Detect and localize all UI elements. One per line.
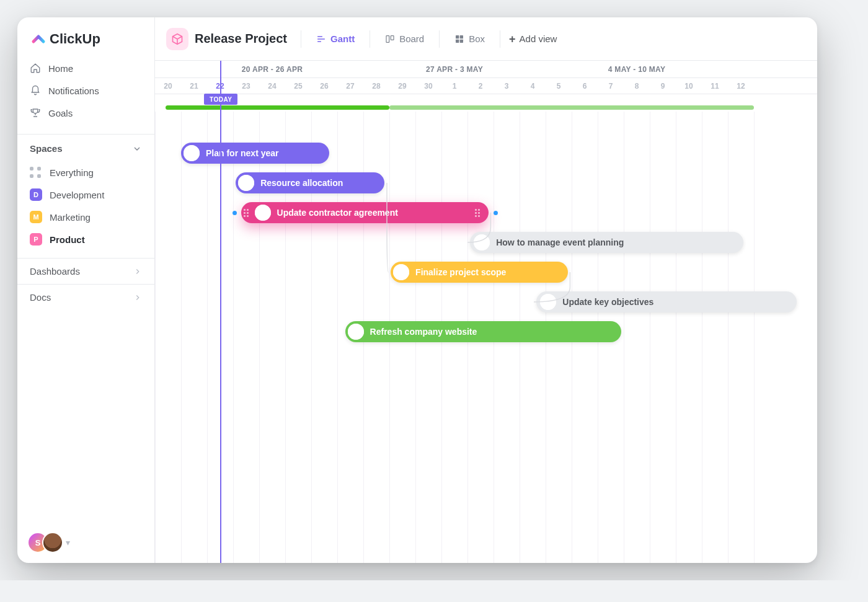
- space-everything[interactable]: Everything: [22, 161, 149, 184]
- view-gantt[interactable]: Gantt: [310, 30, 361, 48]
- sidebar-footer[interactable]: S ▾: [29, 533, 70, 552]
- svg-rect-4: [456, 39, 459, 42]
- space-marketing[interactable]: M Marketing: [22, 206, 149, 228]
- task-bar[interactable]: Finalize project scope: [391, 262, 568, 283]
- view-label: Box: [469, 33, 485, 44]
- nav-home[interactable]: Home: [22, 57, 149, 79]
- day-label: 26: [311, 78, 337, 94]
- space-badge: D: [30, 188, 42, 201]
- topbar: Release Project Gantt Board Box + Add vi…: [155, 17, 817, 61]
- brand-logo[interactable]: ClickUp: [17, 17, 154, 57]
- day-header: 2021222324252627282930123456789101112: [155, 78, 817, 94]
- home-icon: [30, 63, 41, 74]
- assignee-avatar[interactable]: [393, 264, 409, 280]
- everything-icon: [30, 166, 42, 179]
- nav-row-label: Dashboards: [30, 266, 80, 277]
- spaces-header[interactable]: Spaces: [17, 134, 154, 159]
- assignee-avatar[interactable]: [238, 175, 254, 191]
- task-label: Finalize project scope: [415, 267, 506, 277]
- day-label: 23: [233, 78, 259, 94]
- trophy-icon: [30, 107, 41, 118]
- task-label: Update key objectives: [562, 297, 653, 307]
- progress-row: [155, 94, 817, 112]
- separator: [301, 30, 301, 48]
- day-label: 9: [650, 78, 676, 94]
- day-label: 28: [363, 78, 389, 94]
- nav-docs[interactable]: Docs: [17, 284, 154, 310]
- day-label: 10: [676, 78, 702, 94]
- bell-icon: [30, 85, 41, 96]
- nav-dashboards[interactable]: Dashboards: [17, 258, 154, 284]
- gantt-canvas[interactable]: Plan for next yearResource allocationUpd…: [155, 112, 817, 563]
- assignee-avatar[interactable]: [474, 234, 490, 250]
- progress-complete: [166, 105, 389, 110]
- day-label: 5: [546, 78, 572, 94]
- task-bar[interactable]: Update contractor agreement: [241, 202, 489, 223]
- add-view-label: Add view: [520, 33, 557, 44]
- day-label: 21: [181, 78, 207, 94]
- space-badge: P: [30, 233, 42, 246]
- board-icon: [385, 34, 395, 44]
- day-label: 30: [415, 78, 441, 94]
- day-label: 3: [494, 78, 520, 94]
- drag-handle-icon[interactable]: [244, 209, 249, 217]
- nav-label: Notifications: [48, 86, 99, 96]
- task-bar[interactable]: Update key objectives: [536, 291, 797, 312]
- space-product[interactable]: P Product: [22, 228, 149, 250]
- task-bar[interactable]: Plan for next year: [181, 143, 329, 164]
- task-label: How to manage event planning: [496, 237, 624, 247]
- day-label: 4: [520, 78, 546, 94]
- nav-row-label: Docs: [30, 292, 51, 303]
- drag-handle-icon[interactable]: [475, 209, 480, 217]
- main: Release Project Gantt Board Box + Add vi…: [155, 17, 817, 563]
- space-label: Development: [50, 190, 104, 200]
- task-bar[interactable]: How to manage event planning: [470, 232, 743, 253]
- gantt-icon: [316, 34, 326, 44]
- view-label: Gantt: [330, 33, 355, 44]
- space-label: Everything: [50, 167, 94, 178]
- space-label: Marketing: [50, 212, 91, 223]
- day-label: 27: [337, 78, 363, 94]
- day-label: 24: [259, 78, 285, 94]
- nav-label: Goals: [48, 108, 73, 118]
- task-label: Plan for next year: [206, 148, 279, 158]
- app-window: ClickUp Home Notifications Goals Spaces: [17, 17, 817, 563]
- gantt-chart: 20 APR - 26 APR27 APR - 3 MAY4 MAY - 10 …: [155, 61, 817, 563]
- day-label: 1: [441, 78, 467, 94]
- project-icon: [166, 28, 188, 50]
- spaces-list: Everything D Development M Marketing P P…: [17, 159, 154, 258]
- day-label: 12: [728, 78, 754, 94]
- svg-rect-3: [460, 35, 463, 38]
- task-label: Resource allocation: [260, 178, 343, 188]
- view-board[interactable]: Board: [379, 30, 430, 48]
- chevron-down-icon: [132, 144, 142, 154]
- day-label: 11: [702, 78, 728, 94]
- primary-nav: Home Notifications Goals: [17, 57, 154, 130]
- space-badge: M: [30, 211, 42, 223]
- nav-goals[interactable]: Goals: [22, 102, 149, 124]
- assignee-avatar[interactable]: [540, 294, 556, 310]
- assignee-avatar[interactable]: [348, 324, 364, 340]
- sidebar: ClickUp Home Notifications Goals Spaces: [17, 17, 155, 563]
- chevron-right-icon: [133, 267, 142, 276]
- milestone-dot: [232, 211, 237, 215]
- box-icon: [454, 34, 464, 44]
- view-box[interactable]: Box: [448, 30, 491, 48]
- assignee-avatar[interactable]: [184, 145, 200, 161]
- separator: [370, 30, 370, 48]
- add-view-button[interactable]: + Add view: [509, 33, 557, 45]
- day-label: 29: [389, 78, 415, 94]
- task-bar[interactable]: Refresh company website: [345, 321, 621, 342]
- separator: [500, 30, 500, 48]
- user-avatar[interactable]: [43, 533, 62, 552]
- space-development[interactable]: D Development: [22, 184, 149, 206]
- nav-notifications[interactable]: Notifications: [22, 79, 149, 102]
- progress-remaining: [389, 105, 754, 110]
- assignee-avatar[interactable]: [255, 205, 271, 221]
- task-label: Refresh company website: [370, 327, 477, 337]
- task-bar[interactable]: Resource allocation: [236, 172, 384, 193]
- svg-rect-5: [460, 39, 463, 42]
- chevron-right-icon: [133, 293, 142, 302]
- view-label: Board: [399, 33, 424, 44]
- caret-down-icon: ▾: [66, 538, 70, 547]
